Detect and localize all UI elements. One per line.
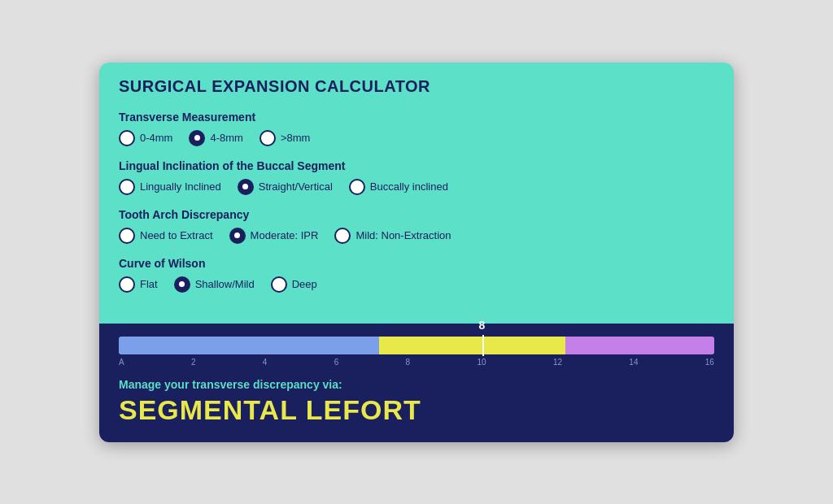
scale-sublabel-6: 6 bbox=[334, 358, 339, 367]
option-tm-4-8[interactable]: 4-8mm bbox=[189, 130, 242, 146]
radio-circle-li-bucc bbox=[349, 179, 365, 195]
radio-label-li-straight: Straight/Vertical bbox=[259, 180, 333, 193]
scale-bar bbox=[119, 337, 714, 354]
scale-sublabel-8: 8 bbox=[406, 358, 411, 367]
option-tm-gt8[interactable]: >8mm bbox=[259, 130, 310, 146]
radio-circle-tm-0-4 bbox=[119, 130, 135, 146]
scale-container: 8 A 2 4 6 8 10 12 14 16 bbox=[119, 337, 714, 367]
radio-label-ta-moderate: Moderate: IPR bbox=[251, 229, 319, 241]
section-tooth-arch: Tooth Arch Discrepancy Need to Extract M… bbox=[119, 208, 714, 244]
scale-bar-wrapper: 8 bbox=[119, 337, 714, 354]
radio-label-li-ling: Lingually Inclined bbox=[140, 180, 221, 193]
result-label: Manage your transverse discrepancy via: bbox=[119, 378, 714, 391]
bottom-section: 8 A 2 4 6 8 10 12 14 16 Manage your tr bbox=[99, 324, 734, 442]
section-lingual-inclination: Lingual Inclination of the Buccal Segmen… bbox=[119, 159, 714, 195]
option-tm-0-4[interactable]: 0-4mm bbox=[119, 130, 172, 146]
radio-circle-ta-extract bbox=[119, 228, 135, 244]
radio-label-li-bucc: Buccally inclined bbox=[370, 180, 448, 193]
radio-label-tm-4-8: 4-8mm bbox=[210, 132, 242, 144]
radio-row-lingual: Lingually Inclined Straight/Vertical Buc… bbox=[119, 179, 714, 195]
scale-sublabel-12: 12 bbox=[553, 358, 562, 367]
calculator-card: SURGICAL EXPANSION CALCULATOR Transverse… bbox=[99, 63, 734, 442]
scale-marker-line bbox=[482, 335, 484, 356]
radio-label-ta-mild: Mild: Non-Extraction bbox=[355, 229, 451, 241]
option-cw-flat[interactable]: Flat bbox=[119, 276, 158, 293]
radio-circle-li-ling bbox=[119, 179, 135, 195]
radio-circle-tm-4-8 bbox=[189, 130, 205, 146]
option-li-ling[interactable]: Lingually Inclined bbox=[119, 179, 221, 195]
section-label-curve-wilson: Curve of Wilson bbox=[119, 257, 714, 270]
radio-circle-ta-mild bbox=[334, 228, 351, 244]
top-section: SURGICAL EXPANSION CALCULATOR Transverse… bbox=[99, 63, 734, 324]
radio-circle-cw-flat bbox=[119, 276, 135, 293]
radio-circle-ta-moderate bbox=[229, 228, 246, 244]
scale-sublabel-4: 4 bbox=[263, 358, 268, 367]
radio-row-tooth-arch: Need to Extract Moderate: IPR Mild: Non-… bbox=[119, 228, 714, 244]
radio-circle-cw-deep bbox=[271, 276, 287, 293]
radio-label-cw-shallow: Shallow/Mild bbox=[195, 278, 255, 290]
scale-segment-yellow bbox=[379, 337, 565, 354]
section-label-tooth-arch: Tooth Arch Discrepancy bbox=[119, 208, 714, 221]
radio-label-cw-deep: Deep bbox=[292, 278, 317, 290]
scale-labels-row: A 2 4 6 8 10 12 14 16 bbox=[119, 358, 714, 367]
option-ta-extract[interactable]: Need to Extract bbox=[119, 228, 213, 244]
option-cw-deep[interactable]: Deep bbox=[271, 276, 317, 293]
radio-label-tm-0-4: 0-4mm bbox=[140, 132, 172, 144]
scale-sublabel-a: A bbox=[119, 358, 124, 367]
scale-marker-value: 8 bbox=[479, 319, 486, 332]
radio-circle-li-straight bbox=[238, 179, 254, 195]
section-label-transverse: Transverse Measurement bbox=[119, 111, 714, 124]
radio-row-curve-wilson: Flat Shallow/Mild Deep bbox=[119, 276, 714, 293]
radio-label-cw-flat: Flat bbox=[140, 278, 158, 290]
radio-label-tm-gt8: >8mm bbox=[281, 132, 310, 144]
scale-sublabel-16: 16 bbox=[705, 358, 714, 367]
result-value: SEGMENTAL LEFORT bbox=[119, 394, 714, 426]
card-title: SURGICAL EXPANSION CALCULATOR bbox=[119, 77, 714, 96]
option-li-straight[interactable]: Straight/Vertical bbox=[238, 179, 333, 195]
section-transverse-measurement: Transverse Measurement 0-4mm 4-8mm >8mm bbox=[119, 111, 714, 146]
scale-segment-purple bbox=[565, 337, 714, 354]
scale-sublabel-2: 2 bbox=[191, 358, 196, 367]
scale-sublabel-10: 10 bbox=[477, 358, 486, 367]
scale-segment-blue bbox=[119, 337, 379, 354]
scale-sublabel-14: 14 bbox=[629, 358, 638, 367]
radio-row-transverse: 0-4mm 4-8mm >8mm bbox=[119, 130, 714, 146]
section-curve-wilson: Curve of Wilson Flat Shallow/Mild Deep bbox=[119, 257, 714, 293]
radio-circle-tm-gt8 bbox=[259, 130, 276, 146]
option-ta-moderate[interactable]: Moderate: IPR bbox=[229, 228, 319, 244]
option-ta-mild[interactable]: Mild: Non-Extraction bbox=[334, 228, 451, 244]
section-label-lingual: Lingual Inclination of the Buccal Segmen… bbox=[119, 159, 714, 172]
option-cw-shallow[interactable]: Shallow/Mild bbox=[174, 276, 255, 293]
radio-label-ta-extract: Need to Extract bbox=[140, 229, 213, 241]
radio-circle-cw-shallow bbox=[174, 276, 190, 293]
option-li-bucc[interactable]: Buccally inclined bbox=[349, 179, 448, 195]
